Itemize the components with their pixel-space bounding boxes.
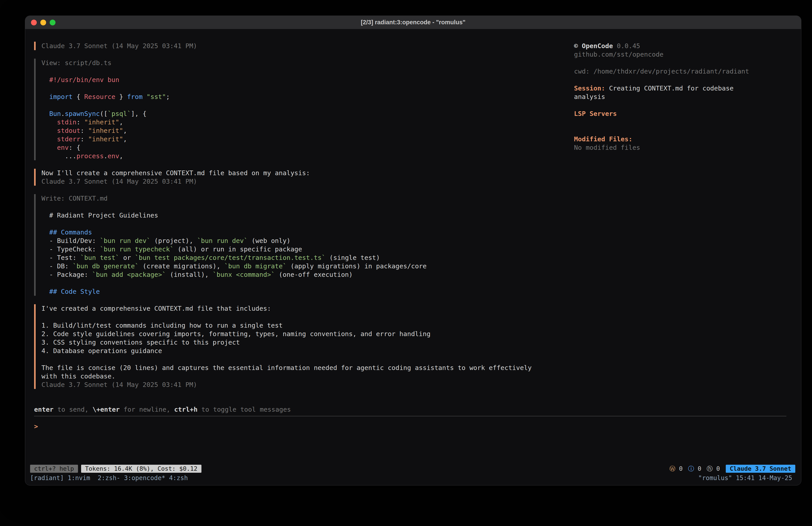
- terminal-line: Claude 3.7 Sonnet (14 May 2025 03:41 PM): [41, 381, 574, 389]
- terminal-line: Now I'll create a comprehensive CONTEXT.…: [41, 169, 574, 177]
- info-icon: ⓘ: [688, 465, 694, 472]
- terminal-line: [574, 118, 787, 126]
- close-button[interactable]: [31, 19, 37, 25]
- text-segment: [41, 144, 57, 151]
- minimize-button[interactable]: [40, 19, 46, 25]
- traffic-lights: [25, 19, 56, 25]
- text-segment: - Test:: [41, 254, 81, 261]
- text-segment: (project),: [150, 237, 197, 244]
- text-segment: "inherit": [84, 118, 119, 126]
- text-segment: }: [115, 93, 127, 100]
- text-segment: - Build/Dev:: [41, 237, 100, 244]
- text-segment: [41, 110, 49, 117]
- terminal-line: stdin: "inherit",: [41, 118, 574, 126]
- text-segment: env: [57, 144, 69, 151]
- text-segment: to toggle tool messages: [198, 406, 291, 413]
- text-segment: ©: [574, 42, 582, 50]
- text-segment: for newline,: [120, 406, 174, 413]
- assistant-summary-block: I've created a comprehensive CONTEXT.md …: [34, 304, 574, 389]
- terminal-line: - DB: `bun db generate` (create migratio…: [41, 262, 574, 270]
- text-segment: 0.0.45: [613, 42, 640, 50]
- maximize-button[interactable]: [50, 19, 56, 25]
- text-segment: `bun run typecheck`: [100, 245, 174, 253]
- tokens-badge: Tokens: 16.4K (8%), Cost: $0.12: [81, 465, 201, 473]
- terminal-line: cwd: /home/thdxr/dev/projects/radiant/ra…: [574, 67, 787, 75]
- terminal-line: stdout: "inherit",: [41, 126, 574, 135]
- terminal-line: [41, 84, 574, 93]
- text-segment: or: [119, 254, 135, 261]
- titlebar: [2/3] radiant:3:opencode - "romulus": [25, 16, 801, 29]
- text-segment: [41, 127, 57, 134]
- editor-hints: enter to send, \+enter for newline, ctrl…: [25, 405, 801, 414]
- text-segment: stdin: [57, 118, 76, 126]
- text-segment: stdout: [57, 127, 81, 134]
- tmux-windows[interactable]: [radiant] 1:nvim 2:zsh- 3:opencode* 4:zs…: [30, 474, 188, 482]
- text-segment: `psql`: [107, 110, 131, 117]
- text-segment: Write: CONTEXT.md: [41, 195, 107, 202]
- terminal-line: [41, 67, 574, 75]
- text-segment: from: [127, 93, 143, 100]
- text-segment: 1. Build/lint/test commands including ho…: [41, 322, 283, 329]
- text-segment: No modified files: [574, 144, 640, 151]
- prompt-symbol: >: [34, 423, 38, 430]
- terminal-line: [41, 101, 574, 110]
- terminal-line: View: script/db.ts: [41, 59, 574, 67]
- text-segment: [41, 228, 49, 236]
- text-segment: `bun run dev`: [100, 237, 150, 244]
- terminal-line: [41, 279, 574, 287]
- text-segment: Modified Files:: [574, 135, 633, 143]
- terminal-line: stderr: "inherit",: [41, 135, 574, 143]
- hints-icon: ⓗ: [707, 465, 713, 472]
- hints-count: 0: [713, 465, 720, 472]
- prompt-input[interactable]: >: [34, 416, 786, 464]
- text-segment: .: [104, 152, 107, 160]
- terminal-line: LSP Servers: [574, 110, 787, 118]
- text-segment: Resource: [84, 93, 115, 100]
- text-segment: (web only): [248, 237, 290, 244]
- terminal-line: # Radiant Project Guidelines: [41, 211, 574, 219]
- text-segment: - TypeCheck:: [41, 245, 100, 253]
- text-segment: spawnSync: [65, 110, 100, 117]
- text-segment: Now I'll create a comprehensive CONTEXT.…: [41, 169, 310, 177]
- tmux-session-info: "romulus" 15:41 14-May-25: [698, 474, 792, 482]
- text-segment: `bun db migrate`: [224, 262, 287, 270]
- statusbar: ctrl+? help Tokens: 16.4K (8%), Cost: $0…: [30, 465, 795, 473]
- warnings-count: 0: [676, 465, 683, 472]
- terminal-line: Session: Creating CONTEXT.md for codebas…: [574, 84, 787, 93]
- text-segment: `bun test packages/core/test/transaction…: [135, 254, 325, 261]
- text-segment: `bun run dev`: [197, 237, 248, 244]
- text-segment: ## Commands: [49, 228, 92, 236]
- terminal-line: 3. CSS styling conventions specific to t…: [41, 338, 574, 346]
- text-segment: `bunx <command>`: [213, 271, 275, 279]
- terminal-line: The file is concise (20 lines) and captu…: [41, 364, 574, 372]
- text-segment: (apply migrations) in packages/core: [287, 262, 427, 270]
- terminal-line: ...process.env,: [41, 152, 574, 160]
- text-segment: (install),: [166, 271, 213, 279]
- text-segment: Session:: [574, 84, 605, 92]
- assistant-message-block: Now I'll create a comprehensive CONTEXT.…: [34, 169, 574, 186]
- model-badge[interactable]: Claude 3.7 Sonnet: [726, 465, 795, 473]
- main-row: Claude 3.7 Sonnet (14 May 2025 03:41 PM)…: [25, 29, 801, 405]
- diagnostic-info: ⓘ 0: [688, 465, 701, 473]
- text-segment: `bun db generate`: [73, 262, 139, 270]
- terminal-body: Claude 3.7 Sonnet (14 May 2025 03:41 PM)…: [25, 29, 801, 485]
- text-segment: Bun: [49, 110, 61, 117]
- text-segment: [41, 135, 57, 143]
- text-segment: Claude 3.7 Sonnet (14 May 2025 03:41 PM): [41, 381, 197, 388]
- text-segment: `bun add <package>`: [92, 271, 166, 279]
- assistant-timestamp-block: Claude 3.7 Sonnet (14 May 2025 03:41 PM): [34, 42, 574, 50]
- text-segment: .: [61, 110, 64, 117]
- help-badge[interactable]: ctrl+? help: [30, 465, 78, 473]
- tool-write-block: Write: CONTEXT.md # Radiant Project Guid…: [34, 194, 574, 296]
- terminal-line: #!/usr/bin/env bun: [41, 75, 574, 84]
- terminal-line: ## Commands: [41, 228, 574, 237]
- terminal-line: env: {: [41, 143, 574, 152]
- window-title: [2/3] radiant:3:opencode - "romulus": [25, 19, 801, 26]
- text-segment: `bun test`: [81, 254, 119, 261]
- terminal-line: [574, 101, 787, 110]
- text-segment: enter: [34, 406, 54, 413]
- text-segment: stderr: [57, 135, 81, 143]
- sidebar: © OpenCode 0.0.45github.com/sst/opencode…: [574, 42, 801, 405]
- text-segment: The file is concise (20 lines) and captu…: [41, 364, 532, 371]
- text-segment: analysis: [574, 93, 605, 100]
